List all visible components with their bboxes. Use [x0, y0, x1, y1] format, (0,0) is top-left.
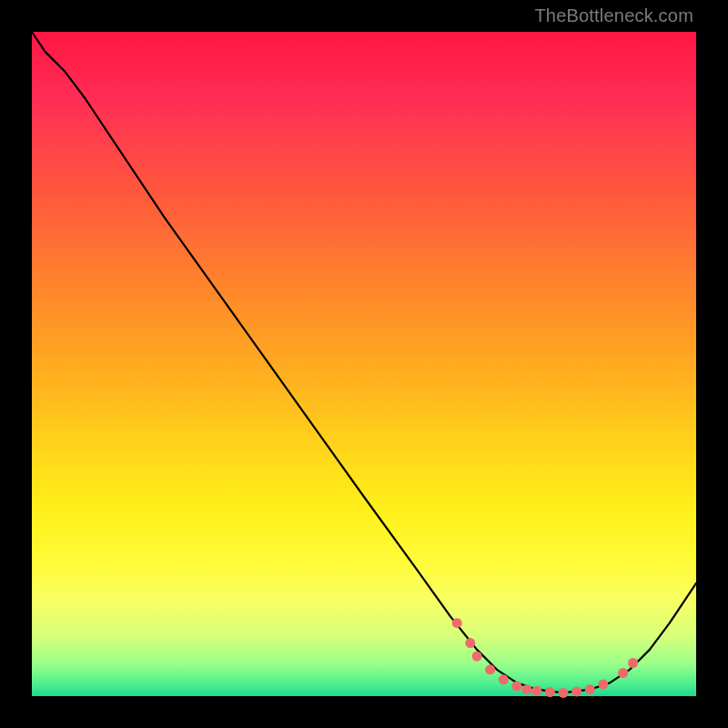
curve-marker: [571, 686, 581, 696]
curve-marker: [499, 674, 509, 684]
curve-marker: [598, 679, 608, 689]
curve-marker: [585, 684, 595, 694]
chart-frame: [32, 32, 696, 696]
curve-marker: [618, 668, 628, 678]
curve-marker: [628, 658, 638, 668]
bottleneck-curve: [32, 32, 696, 693]
curve-marker: [559, 688, 569, 698]
curve-marker: [485, 664, 495, 674]
curve-marker: [521, 684, 531, 694]
chart-svg: [32, 32, 696, 696]
curve-marker: [511, 682, 521, 692]
curve-marker: [531, 686, 541, 696]
watermark-text: TheBottleneck.com: [534, 5, 693, 26]
curve-marker: [545, 687, 555, 697]
curve-marker: [472, 652, 482, 662]
curve-marker: [452, 618, 462, 628]
curve-markers: [452, 618, 638, 698]
curve-marker: [465, 638, 475, 648]
